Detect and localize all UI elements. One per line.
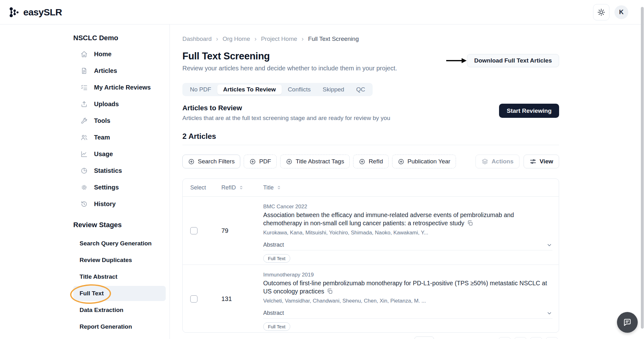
tab-articles-to-review[interactable]: Articles To Review — [217, 85, 282, 95]
chevron-down-icon — [546, 310, 552, 316]
copy-icon[interactable] — [467, 220, 473, 226]
page-title: Full Text Screening — [182, 51, 397, 62]
sidebar-item-label: Articles — [94, 67, 117, 74]
avatar[interactable]: K — [614, 5, 628, 19]
sidebar-item-label: Team — [94, 134, 110, 141]
review-stages-heading: Review Stages — [73, 220, 169, 230]
view-label: View — [540, 158, 553, 165]
column-header-title: Title — [263, 184, 274, 191]
sidebar-nav: Home Articles My Article Reviews Uploads — [73, 46, 169, 211]
authors: Velcheti, Vamsidhar, Chandwani, Sheenu, … — [263, 298, 552, 304]
sidebar-item-usage[interactable]: Usage — [73, 146, 166, 161]
copy-icon[interactable] — [327, 288, 333, 294]
sidebar-item-label: History — [94, 200, 116, 208]
pill-label: PDF — [259, 158, 271, 165]
breadcrumb-org-home[interactable]: Org Home — [223, 36, 250, 42]
checklist-icon — [80, 84, 88, 91]
sidebar-item-my-article-reviews[interactable]: My Article Reviews — [73, 80, 166, 95]
tab-skipped[interactable]: Skipped — [317, 85, 350, 95]
previous-page-button[interactable] — [514, 337, 526, 339]
circle-plus-icon — [188, 158, 195, 165]
sidebar-item-uploads[interactable]: Uploads — [73, 96, 166, 112]
chat-button[interactable] — [617, 312, 638, 333]
gear-icon — [80, 183, 88, 191]
line-chart-icon — [80, 150, 88, 158]
sidebar-item-tools[interactable]: Tools — [73, 113, 166, 128]
stage-item-review-duplicates[interactable]: Review Duplicates — [73, 253, 166, 268]
breadcrumb-dashboard[interactable]: Dashboard — [182, 36, 212, 42]
section-heading: Articles to Review — [182, 104, 390, 112]
theme-toggle-button[interactable] — [593, 4, 609, 20]
articles-table: Select RefID Title 79 BMC Cancer 2 — [182, 178, 559, 333]
chevron-down-icon — [546, 242, 552, 248]
pie-chart-icon — [80, 167, 88, 174]
circle-plus-icon — [398, 158, 404, 165]
sun-icon — [597, 8, 605, 16]
search-filters-pill[interactable]: Search Filters — [182, 155, 240, 168]
abstract-toggle[interactable]: Abstract — [263, 242, 552, 250]
breadcrumb-project-home[interactable]: Project Home — [261, 36, 297, 42]
rows-per-page-select[interactable] — [414, 336, 434, 339]
full-text-badge: Full Text — [263, 322, 290, 331]
stage-item-search-query-generation[interactable]: Search Query Generation — [73, 236, 166, 251]
actions-button[interactable]: Actions — [475, 155, 519, 168]
article-title[interactable]: Association between the efficacy and imm… — [263, 211, 514, 227]
sidebar-item-home[interactable]: Home — [73, 46, 166, 62]
tab-conflicts[interactable]: Conflicts — [282, 85, 317, 95]
circle-plus-icon — [286, 158, 292, 165]
actions-label: Actions — [491, 158, 514, 165]
vertical-scrollbar[interactable] — [641, 7, 644, 329]
title-abstract-tags-filter-pill[interactable]: Title Abstract Tags — [280, 155, 350, 168]
pill-label: RefId — [369, 158, 383, 165]
row-checkbox[interactable] — [190, 295, 197, 303]
sidebar-item-history[interactable]: History — [73, 196, 166, 211]
last-page-button[interactable] — [546, 337, 558, 339]
filter-pills: Search Filters PDF Title Abstract Tags R… — [182, 155, 456, 168]
chat-bubble-icon — [623, 318, 632, 327]
wrench-icon — [80, 117, 88, 124]
users-icon — [80, 134, 88, 141]
refid-filter-pill[interactable]: RefId — [353, 155, 388, 168]
project-name: NSCLC Demo — [73, 33, 169, 43]
column-header-select: Select — [183, 184, 214, 191]
sidebar: NSCLC Demo Home Articles My Article Revi… — [0, 25, 170, 339]
sidebar-item-settings[interactable]: Settings — [73, 180, 166, 195]
sort-refid-icon[interactable] — [238, 185, 244, 190]
logo-text: easySLR — [23, 7, 62, 18]
sidebar-item-statistics[interactable]: Statistics — [73, 163, 166, 178]
logo[interactable]: easySLR — [8, 6, 62, 19]
first-page-button[interactable] — [499, 337, 511, 339]
table-row: 79 BMC Cancer 2022 Association between t… — [183, 197, 559, 265]
download-full-text-articles-button[interactable]: Download Full Text Articles — [467, 54, 559, 67]
article-count: 2 Articles — [182, 132, 559, 145]
pdf-filter-pill[interactable]: PDF — [244, 155, 277, 168]
next-page-button[interactable] — [530, 337, 542, 339]
stage-item-data-extraction[interactable]: Data Extraction — [73, 303, 166, 318]
view-button[interactable]: View — [524, 155, 559, 168]
sidebar-item-label: Usage — [94, 150, 113, 158]
sidebar-item-team[interactable]: Team — [73, 130, 166, 145]
refid-cell: 79 — [214, 197, 257, 265]
chevron-right-icon: › — [216, 35, 218, 42]
sort-title-icon[interactable] — [276, 185, 282, 190]
row-checkbox[interactable] — [190, 227, 197, 234]
article-title[interactable]: Outcomes of first-line pembrolizumab mon… — [263, 280, 547, 295]
publication-year-filter-pill[interactable]: Publication Year — [392, 155, 456, 168]
refid-cell: 131 — [214, 265, 257, 333]
page-subtitle: Review your articles here and decide whe… — [182, 65, 397, 72]
table-header-row: Select RefID Title — [183, 179, 559, 197]
journal-year: Immunotherapy 2019 — [263, 272, 552, 278]
layers-icon — [481, 158, 488, 165]
pill-label: Title Abstract Tags — [296, 158, 344, 165]
pill-label: Publication Year — [408, 158, 450, 165]
tabbar: No PDF Articles To Review Conflicts Skip… — [182, 83, 373, 96]
stage-item-title-abstract[interactable]: Title Abstract — [73, 269, 166, 284]
abstract-toggle[interactable]: Abstract — [263, 310, 552, 319]
sidebar-item-articles[interactable]: Articles — [73, 63, 166, 78]
section-description: Articles that are at the full text scree… — [182, 115, 390, 122]
stage-item-report-generation[interactable]: Report Generation — [73, 319, 166, 334]
tab-no-pdf[interactable]: No PDF — [184, 85, 217, 95]
tab-qc[interactable]: QC — [350, 85, 371, 95]
stage-item-full-text[interactable]: Full Text — [73, 286, 166, 301]
start-reviewing-button[interactable]: Start Reviewing — [499, 104, 559, 118]
